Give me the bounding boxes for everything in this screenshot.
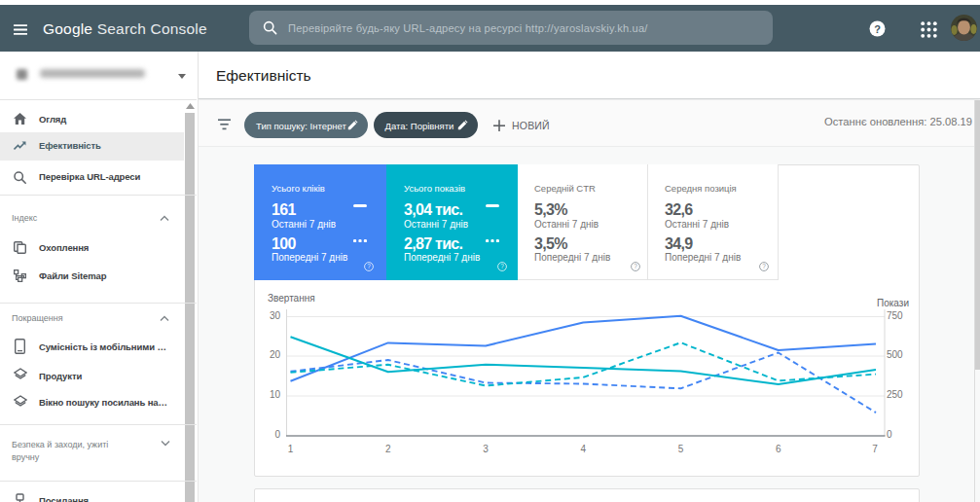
svg-text:?: ?	[762, 263, 766, 269]
svg-text:?: ?	[500, 263, 504, 269]
svg-text:?: ?	[367, 263, 371, 269]
svg-text:?: ?	[634, 263, 637, 269]
svg-text:?: ?	[874, 23, 881, 35]
